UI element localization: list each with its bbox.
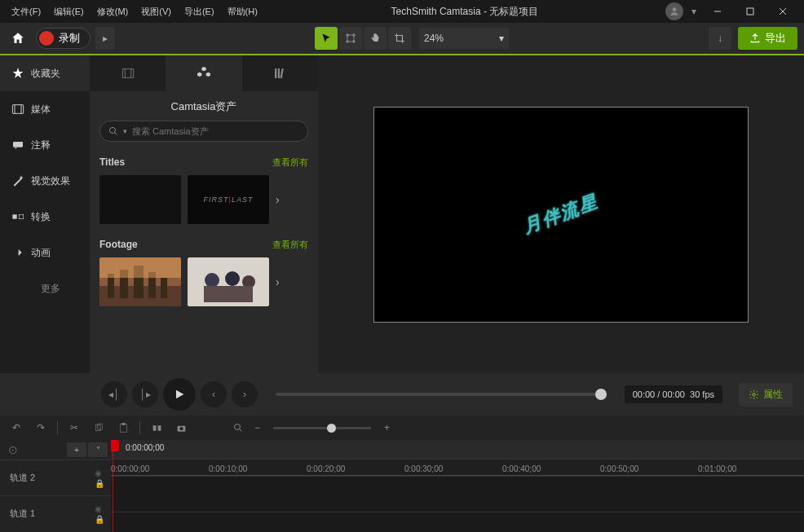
media-icon <box>11 103 24 116</box>
ruler[interactable]: 0:00:00;00 0:00:10;00 0:00:20;00 0:00:30… <box>111 459 804 476</box>
player-bar: ◂│ │▸ ‹ › 00:00 / 00:00 30 fps 属性 <box>0 373 804 415</box>
lock-icon[interactable]: 🔒 <box>95 479 104 488</box>
play-button[interactable] <box>163 378 196 411</box>
timeline-right[interactable]: 0:00:00;00 0:00:00;00 0:00:10;00 0:00:20… <box>111 440 804 532</box>
add-track-button[interactable]: + <box>67 442 86 457</box>
menu-export[interactable]: 导出(E) <box>178 6 221 18</box>
redo-button[interactable]: ↷ <box>33 420 49 436</box>
maximize-button[interactable] <box>734 0 766 23</box>
footage-thumb-1[interactable] <box>99 257 181 306</box>
tick: 0:00:30;00 <box>404 464 443 473</box>
svg-rect-2 <box>747 8 753 15</box>
avatar-dropdown-icon[interactable]: ▾ <box>691 6 696 17</box>
svg-rect-39 <box>204 286 253 302</box>
seek-marker[interactable] <box>595 389 607 400</box>
rewind-button[interactable]: ‹ <box>201 381 227 407</box>
zoom-select[interactable]: 24% ▾ <box>419 28 509 49</box>
export-button[interactable]: 导出 <box>738 27 797 50</box>
eye-icon[interactable]: ◉ <box>95 468 104 477</box>
tick: 0:00:10;00 <box>209 464 247 473</box>
track-body-1[interactable] <box>111 512 804 532</box>
title-thumb-2[interactable]: FIRST|LAST <box>188 175 269 224</box>
svg-point-25 <box>110 128 116 134</box>
tab-favorites[interactable]: 收藏夹 <box>0 55 90 91</box>
section-footage: Footage 查看所有 › <box>90 232 318 314</box>
canvas-area: 月伴流星 <box>318 55 804 373</box>
menu-modify[interactable]: 修改(M) <box>91 6 135 18</box>
next-button[interactable]: › <box>276 275 280 288</box>
hand-tool[interactable] <box>364 27 387 50</box>
zoom-slider[interactable] <box>273 427 371 429</box>
track-body-2[interactable] <box>111 476 804 512</box>
timeline-toolbar: ↶ ↷ ✂ − + <box>0 415 804 440</box>
split-button[interactable] <box>148 420 165 436</box>
home-button[interactable] <box>7 27 29 50</box>
edit-tool[interactable] <box>339 27 362 50</box>
tab-annotations[interactable]: 注释 <box>0 127 90 163</box>
zoom-out-button[interactable]: − <box>254 422 260 433</box>
lock-icon[interactable]: 🔒 <box>95 515 104 524</box>
svg-point-36 <box>205 273 219 288</box>
minimize-button[interactable] <box>701 0 734 23</box>
asset-tab-media[interactable] <box>90 55 166 91</box>
section-title: Footage <box>99 239 138 251</box>
next-frame-button[interactable]: │▸ <box>132 381 158 407</box>
asset-search[interactable]: ▾ <box>99 121 308 142</box>
view-all-link[interactable]: 查看所有 <box>272 239 308 251</box>
undo-button[interactable]: ↶ <box>8 420 24 436</box>
camera-button[interactable] <box>173 420 189 436</box>
svg-point-0 <box>673 7 677 11</box>
svg-point-49 <box>235 424 241 430</box>
canvas[interactable]: 月伴流星 <box>373 107 749 323</box>
tab-label: 视觉效果 <box>31 174 70 188</box>
timeline: ⊙ + ˅ 轨道 2 ◉🔒 轨道 1 ◉🔒 0:00:00;00 0:00:00… <box>0 440 804 532</box>
search-icon <box>108 126 118 136</box>
magnet-icon[interactable]: ⊙ <box>8 443 18 456</box>
view-all-link[interactable]: 查看所有 <box>272 156 308 169</box>
properties-button[interactable]: 属性 <box>739 383 793 407</box>
menu-edit[interactable]: 编辑(E) <box>47 6 91 18</box>
record-dropdown-button[interactable]: ▸ <box>95 27 115 50</box>
playhead[interactable] <box>113 440 113 532</box>
tab-media[interactable]: 媒体 <box>0 91 90 127</box>
svg-rect-24 <box>281 68 284 78</box>
track-head-2[interactable]: 轨道 2 ◉🔒 <box>0 459 111 495</box>
track-head-1[interactable]: 轨道 1 ◉🔒 <box>0 495 111 531</box>
prev-frame-button[interactable]: ◂│ <box>101 381 127 407</box>
tab-animations[interactable]: 动画 <box>0 235 90 270</box>
asset-tab-library[interactable] <box>242 55 318 91</box>
crop-tool[interactable] <box>388 27 411 50</box>
forward-button[interactable]: › <box>232 381 258 407</box>
copy-button[interactable] <box>91 420 107 436</box>
next-button[interactable]: › <box>276 193 280 206</box>
wand-icon <box>11 174 24 187</box>
download-button[interactable]: ↓ <box>709 27 731 50</box>
track-menu-button[interactable]: ˅ <box>88 442 108 457</box>
menu-file[interactable]: 文件(F) <box>5 6 47 18</box>
search-input[interactable] <box>132 126 299 136</box>
menu-view[interactable]: 视图(V) <box>135 6 178 18</box>
user-avatar[interactable] <box>665 2 683 20</box>
animation-icon <box>11 246 24 259</box>
paste-button[interactable] <box>115 420 131 436</box>
svg-rect-46 <box>157 425 161 431</box>
zoom-out-timeline[interactable] <box>230 420 246 436</box>
seek-bar[interactable] <box>276 393 607 396</box>
record-button[interactable]: 录制 <box>36 28 91 49</box>
menu-help[interactable]: 帮助(H) <box>221 6 264 18</box>
close-button[interactable] <box>766 0 799 23</box>
pointer-tool[interactable] <box>315 27 338 50</box>
tab-more[interactable]: 更多 <box>0 270 90 306</box>
footage-thumb-2[interactable] <box>188 257 269 306</box>
tab-label: 更多 <box>41 282 60 296</box>
tab-effects[interactable]: 视觉效果 <box>0 163 90 199</box>
cut-button[interactable]: ✂ <box>66 420 82 436</box>
time-display: 00:00 / 00:00 30 fps <box>625 385 722 403</box>
asset-tab-assets[interactable] <box>166 55 241 91</box>
track-label: 轨道 2 <box>10 472 35 484</box>
eye-icon[interactable]: ◉ <box>95 504 104 513</box>
title-thumb-1[interactable] <box>99 175 181 224</box>
svg-rect-18 <box>19 214 23 218</box>
zoom-in-button[interactable]: + <box>384 422 390 433</box>
tab-transitions[interactable]: 转换 <box>0 199 90 235</box>
